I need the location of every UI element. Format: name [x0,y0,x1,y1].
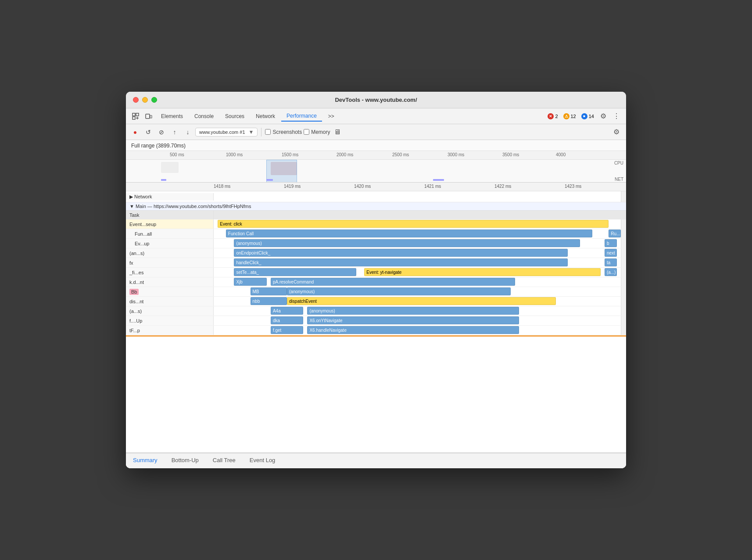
main-track-header: ▼ Main — https://www.youtube.com/shorts/… [126,202,626,211]
maximize-button[interactable] [151,97,157,103]
info-icon: ■ [581,113,587,119]
download-button[interactable]: ↓ [182,126,193,138]
handleclick-bar[interactable]: handleClick_ [234,258,568,266]
ruler-tick-1: 1000 ms [226,152,243,157]
inspect-icon[interactable] [129,110,142,122]
svg-rect-6 [150,115,152,118]
onendpoint-bar[interactable]: onEndpointClick_ [234,249,568,257]
detail-tick-3: 1421 ms [424,184,441,189]
flame-content-1: Function Call Ru...s [214,229,621,238]
tab-network[interactable]: Network [251,111,280,121]
dispatch-bar[interactable]: dispatchEvent [287,297,555,305]
flame-label-4: fx [126,258,214,267]
handlenavigate-bar[interactable]: X6.handleNavigate [307,326,519,334]
network-track-label[interactable]: ▶ Network [126,193,214,201]
flame-content-11: f.get X6.handleNavigate [214,326,621,335]
memory-checkbox[interactable] [304,129,309,135]
flame-label-1: Fun...all [126,229,214,238]
tracks-container[interactable]: ▶ Network ▼ Main — https://www.youtube.c… [126,191,626,452]
flame-row-0: Event...seup Event: click [126,219,626,229]
warning-badge[interactable]: ⚠ 12 [561,112,578,120]
info-badge[interactable]: ■ 14 [579,112,596,120]
record-button[interactable]: ● [129,126,141,138]
flame-label-6: k.d...nt [126,277,214,287]
screenshots-checkbox-label[interactable]: Screenshots [265,129,302,135]
bb-badge: Bb [129,289,139,295]
error-icon: ✕ [548,113,554,119]
timeline-overview[interactable]: 500 ms 1000 ms 1500 ms 2000 ms 2500 ms 3… [126,151,626,183]
svg-rect-0 [132,113,135,116]
perf-settings-icon[interactable]: ⚙ [610,126,623,138]
onytnavigate-bar[interactable]: X6.onYtNavigate [307,316,519,324]
tab-console[interactable]: Console [189,111,219,121]
nbb-bar[interactable]: nbb [251,297,287,305]
detail-tick-2: 1420 ms [354,184,371,189]
flame-label-10: f....Up [126,316,214,325]
b-bar[interactable]: b [605,239,617,247]
flame-content-10: dka X6.onYtNavigate [214,316,621,325]
resolve-bar[interactable]: pA.resolveCommand [271,278,515,286]
tab-summary[interactable]: Summary [126,453,165,468]
tab-event-log[interactable]: Event Log [243,453,283,468]
net-label: NET [615,177,623,182]
selection-bar [126,335,626,337]
event-click-bar[interactable]: Event: click [218,220,609,228]
ruler-tick-2: 1500 ms [282,152,298,157]
timeline-graph[interactable]: CPU NET [126,160,626,183]
flame-content-3: onEndpointClick_ next [214,248,621,258]
flame-row-1: Fun...all Function Call Ru...s [126,229,626,239]
flame-content-5: setTe...ata_ Event: yt-navigate (a...) [214,268,621,277]
warning-icon: ⚠ [563,113,569,119]
flame-label-5: _fi...es [126,268,214,277]
sette-bar[interactable]: setTe...ata_ [234,268,356,276]
dka-bar[interactable]: dka [271,316,303,324]
net-bar-3 [433,179,444,181]
tab-sources[interactable]: Sources [220,111,250,121]
flame-label-0: Event...seup [126,219,214,229]
ruler-tick-6: 3500 ms [502,152,519,157]
svg-rect-2 [132,117,135,119]
memory-checkbox-label[interactable]: Memory [304,129,330,135]
flame-content-0: Event: click [214,219,621,229]
tab-more[interactable]: >> [323,111,340,121]
anon2-bar[interactable]: (a...) [605,268,617,276]
mb-bar[interactable]: MB [251,287,287,295]
tab-bar: Elements Console Sources Network Perform… [126,108,626,124]
tab-call-tree[interactable]: Call Tree [206,453,243,468]
ytnavigate-bar[interactable]: Event: yt-navigate [364,268,600,276]
function-call-bar[interactable]: Function Call [226,230,592,237]
tab-performance[interactable]: Performance [281,111,322,122]
run-bar[interactable]: Ru...s [609,230,621,237]
close-button[interactable] [133,97,139,103]
cpu-throttle-icon[interactable]: 🖥 [334,128,341,136]
tab-elements[interactable]: Elements [156,111,188,121]
minimize-button[interactable] [142,97,148,103]
flame-row-2: Ev...up (anonymous) b [126,239,626,248]
anon3-bar[interactable]: (anonymous) [287,287,511,295]
screenshots-checkbox[interactable] [265,129,271,135]
more-options-icon[interactable]: ⋮ [610,110,623,122]
next-bar[interactable]: next [605,249,617,257]
url-select[interactable]: www.youtube.com #1 ▼ [195,128,258,136]
flame-row-6: k.d...nt Xjb pA.resolveCommand [126,277,626,287]
xjb-bar[interactable]: Xjb [234,278,266,286]
tab-bottom-up[interactable]: Bottom-Up [165,453,206,468]
info-count: 14 [589,114,594,119]
task-row: Task [126,211,626,219]
reload-button[interactable]: ↺ [143,126,154,138]
anon4-bar[interactable]: (anonymous) [307,307,519,315]
ruler-tick-7: 4000 [556,152,566,157]
error-badge[interactable]: ✕ 2 [545,112,560,120]
task-label: Task [126,211,214,219]
full-range-label: Full range (3899.70ms) [126,140,626,151]
settings-icon[interactable]: ⚙ [597,110,609,122]
a4a-bar[interactable]: A4a [271,307,303,315]
device-toggle-icon[interactable] [143,110,155,122]
anonymous-bar[interactable]: (anonymous) [234,239,580,247]
ta-bar[interactable]: ta [605,258,617,266]
fget-bar[interactable]: f.get [271,326,303,334]
flame-row-5: _fi...es setTe...ata_ Event: yt-navigate… [126,268,626,277]
cpu-bar-1 [161,162,179,173]
upload-button[interactable]: ↑ [169,126,180,138]
clear-button[interactable]: ⊘ [156,126,167,138]
